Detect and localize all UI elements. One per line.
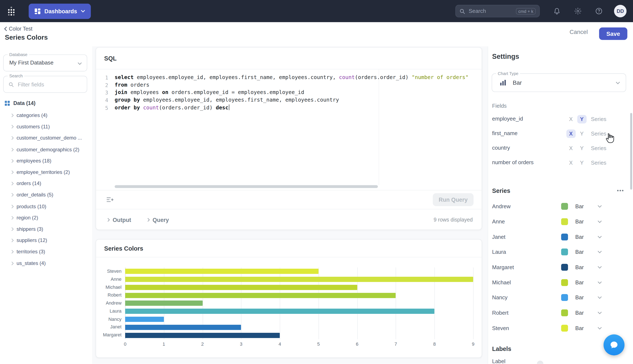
database-select[interactable]: Database My First Database <box>3 54 87 71</box>
field-filter-input[interactable] <box>17 81 82 88</box>
series-color-swatch[interactable] <box>561 310 568 316</box>
code-lines: 1select employees.employee_id, employees… <box>96 69 482 112</box>
series-type-value[interactable]: Bar <box>575 280 586 286</box>
save-button[interactable]: Save <box>599 28 627 40</box>
code-line[interactable]: 4group by employees.employee_id, employe… <box>96 96 482 104</box>
sidebar-table-item[interactable]: employees (18) <box>0 155 92 166</box>
bar-laura[interactable] <box>125 309 434 314</box>
table-name: employee_territories (2) <box>17 170 70 175</box>
chevron-down-icon[interactable] <box>597 327 602 330</box>
axis-option-x[interactable]: X <box>566 129 576 138</box>
series-type-value[interactable]: Bar <box>575 264 586 270</box>
chat-launcher-button[interactable] <box>603 334 624 356</box>
bar-steven[interactable] <box>125 269 319 274</box>
series-color-swatch[interactable] <box>561 234 568 240</box>
chart-type-select[interactable]: Chart Type Bar <box>492 73 626 92</box>
editor-horizontal-scrollbar[interactable] <box>115 185 378 188</box>
format-sql-icon[interactable] <box>107 197 114 202</box>
sidebar-table-item[interactable]: customer_customer_demo ... <box>0 132 92 144</box>
series-type-value[interactable]: Bar <box>575 218 586 225</box>
chevron-down-icon[interactable] <box>597 220 602 223</box>
chevron-down-icon[interactable] <box>597 296 602 299</box>
sidebar-table-item[interactable]: employee_territories (2) <box>0 166 92 178</box>
sidebar-table-item[interactable]: categories (4) <box>0 110 92 121</box>
axis-option-x[interactable]: X <box>569 116 573 122</box>
series-color-swatch[interactable] <box>561 279 568 286</box>
tab-output[interactable]: Output <box>107 216 131 223</box>
bar-janet[interactable] <box>125 324 241 330</box>
settings-scrollbar[interactable] <box>630 113 632 190</box>
chevron-down-icon[interactable] <box>597 205 602 208</box>
bar-margaret[interactable] <box>125 332 280 338</box>
sql-editor-card: SQL 1select employees.employee_id, emplo… <box>96 47 482 230</box>
bar-anne[interactable] <box>125 277 473 282</box>
chevron-down-icon[interactable] <box>597 266 602 268</box>
axis-option-y[interactable]: Y <box>580 160 584 166</box>
user-avatar[interactable]: DD <box>614 5 626 17</box>
series-type-value[interactable]: Bar <box>575 310 586 316</box>
global-search[interactable]: cmd + k <box>455 5 540 17</box>
search-input[interactable] <box>468 8 513 14</box>
series-color-swatch[interactable] <box>561 264 568 271</box>
axis-option-y[interactable]: Y <box>577 115 586 123</box>
axis-option-series[interactable]: Series <box>591 116 606 122</box>
sidebar-table-item[interactable]: orders (14) <box>0 178 92 189</box>
cancel-button[interactable]: Cancel <box>567 28 590 36</box>
series-type-value[interactable]: Bar <box>575 234 586 240</box>
notifications-bell-icon[interactable] <box>553 7 561 15</box>
axis-option-y[interactable]: Y <box>580 145 584 151</box>
breadcrumb-back-link[interactable]: Color Test <box>4 26 33 32</box>
series-type-value[interactable]: Bar <box>575 204 586 210</box>
axis-option-x[interactable]: X <box>569 145 573 151</box>
top-navbar: Dashboards cmd + k DD <box>0 0 633 22</box>
bar-row <box>125 307 473 315</box>
series-color-swatch[interactable] <box>561 294 568 301</box>
run-query-button[interactable]: Run Query <box>433 193 474 206</box>
chevron-down-icon[interactable] <box>597 236 602 238</box>
chevron-down-icon[interactable] <box>597 281 602 284</box>
series-color-swatch[interactable] <box>561 218 568 225</box>
axis-option-series[interactable]: Series <box>591 130 606 136</box>
axis-option-y[interactable]: Y <box>580 130 584 136</box>
series-type-value[interactable]: Bar <box>575 295 586 301</box>
series-color-swatch[interactable] <box>561 324 568 332</box>
sidebar-table-item[interactable]: us_states (4) <box>0 258 92 269</box>
sidebar-table-item[interactable]: suppliers (12) <box>0 235 92 246</box>
sidebar-table-item[interactable]: territories (3) <box>0 246 92 258</box>
bar-row <box>125 291 473 299</box>
label-color-chip[interactable] <box>537 361 543 364</box>
series-type-value[interactable]: Bar <box>575 249 586 255</box>
sql-code-editor[interactable]: 1select employees.employee_id, employees… <box>96 69 482 190</box>
settings-gear-icon[interactable] <box>574 7 582 15</box>
code-line[interactable]: 1select employees.employee_id, employees… <box>96 74 482 81</box>
code-line[interactable]: 5order by count(orders.order_id) desc <box>96 104 482 112</box>
series-color-swatch[interactable] <box>561 249 568 256</box>
sidebar-table-item[interactable]: region (2) <box>0 212 92 224</box>
bar-robert[interactable] <box>125 293 396 298</box>
table-name: categories (4) <box>17 112 47 118</box>
code-line[interactable]: 3join employees on orders.employee_id = … <box>96 89 482 96</box>
bar-michael[interactable] <box>125 285 357 290</box>
field-filter[interactable]: Search <box>3 76 87 93</box>
axis-option-series[interactable]: Series <box>591 160 606 166</box>
bar-andrew[interactable] <box>125 301 202 306</box>
sidebar-table-item[interactable]: products (10) <box>0 201 92 212</box>
more-options-icon[interactable] <box>617 190 624 192</box>
help-icon[interactable] <box>595 7 603 15</box>
sidebar-table-item[interactable]: customer_demographics (2) <box>0 144 92 155</box>
axis-option-series[interactable]: Series <box>591 145 606 151</box>
sidebar-table-item[interactable]: customers (11) <box>0 121 92 132</box>
code-line[interactable]: 2from orders <box>96 81 482 89</box>
dashboards-button[interactable]: Dashboards <box>29 3 91 19</box>
chevron-down-icon[interactable] <box>597 312 602 314</box>
axis-option-x[interactable]: X <box>569 160 573 166</box>
bar-nancy[interactable] <box>125 316 164 322</box>
chevron-right-icon <box>12 227 14 231</box>
app-logo[interactable] <box>0 0 22 22</box>
tab-query[interactable]: Query <box>147 216 169 223</box>
sidebar-table-item[interactable]: order_details (5) <box>0 189 92 201</box>
chevron-down-icon[interactable] <box>597 250 602 253</box>
series-type-value[interactable]: Bar <box>575 325 586 331</box>
sidebar-table-item[interactable]: shippers (3) <box>0 224 92 235</box>
series-color-swatch[interactable] <box>561 203 568 210</box>
